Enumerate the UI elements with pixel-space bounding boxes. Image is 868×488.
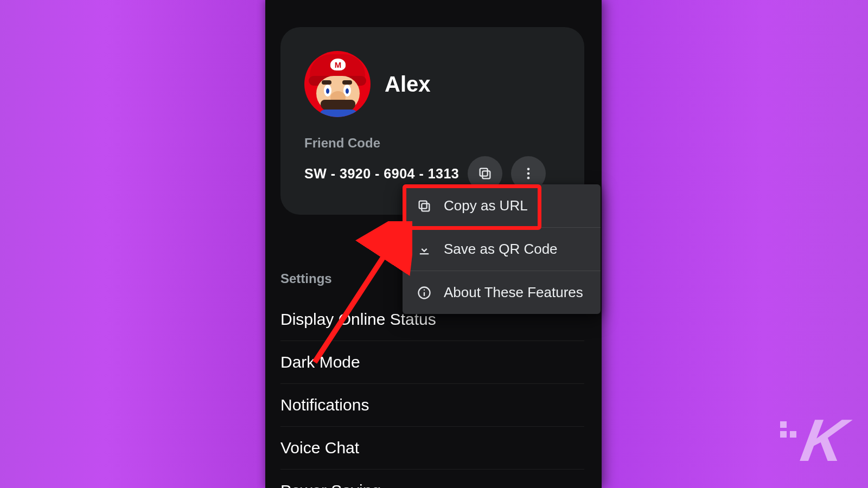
svg-point-10 xyxy=(424,289,425,290)
menu-item-about-features[interactable]: About These Features xyxy=(403,271,601,314)
svg-rect-1 xyxy=(480,169,488,176)
menu-item-save-as-qr-code[interactable]: Save as QR Code xyxy=(403,227,601,271)
copy-icon xyxy=(477,166,493,181)
svg-rect-6 xyxy=(419,201,427,208)
watermark-dots xyxy=(778,420,798,439)
friend-code-block: Friend Code SW - 3920 - 6904 - 1313 xyxy=(304,136,560,191)
settings-item-voice-chat[interactable]: Voice Chat xyxy=(280,427,584,470)
svg-point-2 xyxy=(527,168,530,171)
settings-item-power-saving[interactable]: Power Saving xyxy=(280,470,584,488)
menu-item-label: Copy as URL xyxy=(444,197,528,214)
download-icon xyxy=(417,242,432,257)
profile-row: M Alex xyxy=(304,51,560,117)
menu-item-copy-as-url[interactable]: Copy as URL xyxy=(403,184,601,227)
svg-point-3 xyxy=(527,172,530,175)
avatar[interactable]: M xyxy=(304,51,371,117)
svg-rect-7 xyxy=(420,253,429,254)
context-menu: Copy as URL Save as QR Code About These … xyxy=(403,184,601,314)
copy-icon xyxy=(417,198,432,214)
watermark: K xyxy=(778,416,842,464)
menu-item-label: Save as QR Code xyxy=(444,241,558,258)
settings-item-notifications[interactable]: Notifications xyxy=(280,384,584,427)
info-icon xyxy=(417,285,432,300)
friend-code-label: Friend Code xyxy=(304,136,560,151)
svg-point-4 xyxy=(527,177,530,179)
friend-code-value: SW - 3920 - 6904 - 1313 xyxy=(304,166,459,182)
avatar-emblem: M xyxy=(330,59,346,70)
menu-item-label: About These Features xyxy=(444,284,583,301)
settings-item-dark-mode[interactable]: Dark Mode xyxy=(280,341,584,384)
svg-rect-5 xyxy=(422,203,429,211)
username: Alex xyxy=(385,72,431,97)
svg-rect-0 xyxy=(483,171,490,178)
more-vert-icon xyxy=(521,166,536,181)
watermark-letter: K xyxy=(798,416,846,464)
